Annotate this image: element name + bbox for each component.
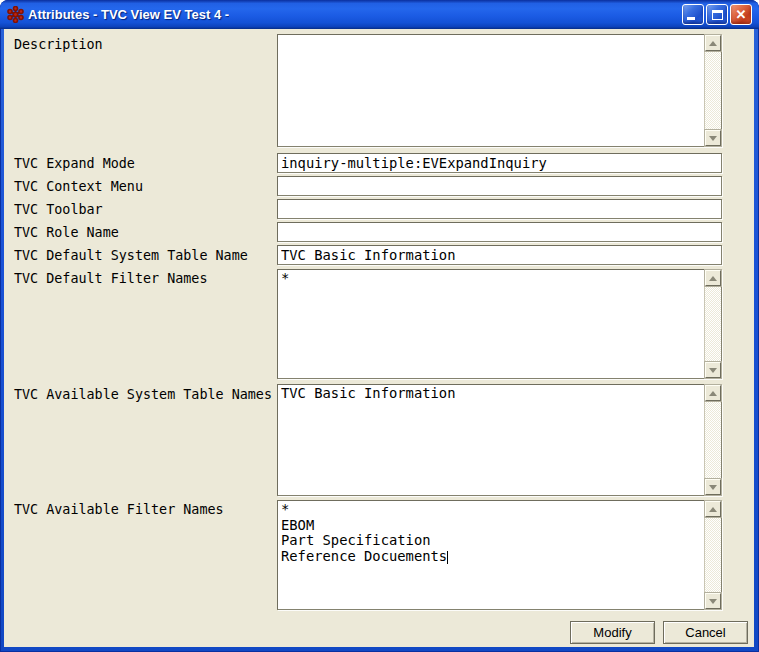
scroll-up-button[interactable] [705, 35, 721, 51]
scroll-down-button[interactable] [705, 593, 721, 609]
arrow-down-icon [709, 136, 717, 141]
expand-mode-label: TVC Expand Mode [14, 156, 135, 171]
arrow-up-icon [709, 507, 717, 512]
default-filter-names-label: TVC Default Filter Names [14, 271, 207, 286]
minimize-icon [687, 17, 695, 20]
available-system-table-names-textarea[interactable]: TVC Basic Information [277, 384, 722, 496]
available-system-table-names-text: TVC Basic Information [281, 385, 455, 401]
app-icon [7, 6, 24, 23]
available-filter-names-text: * EBOM Part Specification Reference Docu… [281, 501, 447, 564]
toolbar-label: TVC Toolbar [14, 202, 103, 217]
default-system-table-name-label: TVC Default System Table Name [14, 248, 248, 263]
title-bar[interactable]: Attributes - TVC View EV Test 4 - ✕ [0, 0, 759, 29]
window-controls: ✕ [682, 4, 752, 25]
available-filter-names-label: TVC Available Filter Names [14, 502, 224, 517]
dialog-body: Description TVC Expand Mode TVC Context … [4, 29, 754, 647]
arrow-up-icon [709, 276, 717, 281]
role-name-label: TVC Role Name [14, 225, 119, 240]
available-filter-names-scrollbar[interactable] [704, 501, 721, 609]
attributes-dialog-window: Attributes - TVC View EV Test 4 - ✕ Desc… [0, 0, 759, 652]
role-name-input[interactable] [277, 222, 722, 242]
expand-mode-input[interactable] [277, 153, 722, 173]
arrow-down-icon [709, 368, 717, 373]
arrow-down-icon [709, 599, 717, 604]
available-filter-names-textarea[interactable]: * EBOM Part Specification Reference Docu… [277, 500, 722, 610]
default-filter-names-text: * [281, 270, 289, 286]
minimize-button[interactable] [682, 4, 704, 25]
arrow-up-icon [709, 41, 717, 46]
default-system-table-name-input[interactable] [277, 245, 722, 265]
available-system-table-names-scrollbar[interactable] [704, 385, 721, 495]
description-textarea[interactable] [277, 34, 722, 147]
scroll-down-button[interactable] [705, 362, 721, 378]
description-scrollbar[interactable] [704, 35, 721, 146]
default-filter-names-scrollbar[interactable] [704, 270, 721, 378]
context-menu-input[interactable] [277, 176, 722, 196]
close-button[interactable]: ✕ [730, 4, 752, 25]
arrow-down-icon [709, 485, 717, 490]
scroll-up-button[interactable] [705, 385, 721, 401]
maximize-button[interactable] [706, 4, 728, 25]
modify-button[interactable]: Modify [570, 621, 655, 644]
text-caret [447, 551, 448, 564]
description-label: Description [14, 37, 103, 52]
scroll-up-button[interactable] [705, 501, 721, 517]
default-filter-names-textarea[interactable]: * [277, 269, 722, 379]
arrow-up-icon [709, 391, 717, 396]
maximize-icon [712, 10, 723, 20]
scroll-down-button[interactable] [705, 130, 721, 146]
available-system-table-names-label: TVC Available System Table Names [14, 387, 272, 402]
toolbar-input[interactable] [277, 199, 722, 219]
scroll-down-button[interactable] [705, 479, 721, 495]
window-title: Attributes - TVC View EV Test 4 - [28, 7, 229, 22]
scroll-up-button[interactable] [705, 270, 721, 286]
cancel-button[interactable]: Cancel [663, 621, 748, 644]
context-menu-label: TVC Context Menu [14, 179, 143, 194]
close-icon: ✕ [731, 5, 751, 24]
